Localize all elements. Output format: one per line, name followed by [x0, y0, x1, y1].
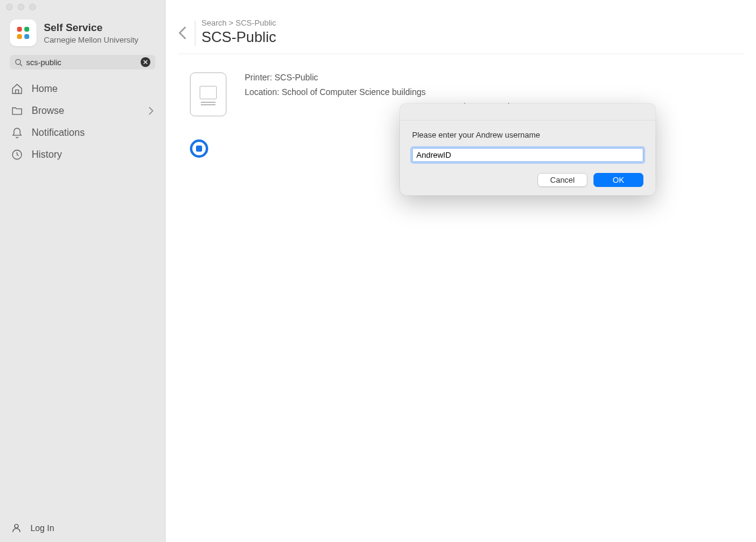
- svg-line-5: [20, 63, 22, 65]
- divider: [195, 21, 195, 46]
- folder-icon: [11, 105, 23, 117]
- clock-icon: [11, 149, 23, 161]
- nav-history-label: History: [32, 149, 62, 160]
- username-input[interactable]: [412, 148, 643, 162]
- cancel-button[interactable]: Cancel: [537, 173, 587, 187]
- search-icon: [15, 58, 23, 66]
- nav-browse-label: Browse: [32, 105, 64, 116]
- username-dialog: Please enter your Andrew username Cancel…: [400, 104, 656, 195]
- search-input[interactable]: [26, 58, 137, 67]
- home-icon: [11, 83, 23, 95]
- svg-point-9: [15, 524, 18, 528]
- clear-search-button[interactable]: [141, 57, 150, 67]
- app-icon: [10, 19, 37, 46]
- dialog-message: Please enter your Andrew username: [412, 130, 643, 139]
- page-title: SCS-Public: [201, 29, 276, 46]
- nav: Home Browse: [0, 76, 165, 168]
- back-button[interactable]: [172, 22, 194, 44]
- printer-name: Printer: SCS-Public: [245, 72, 511, 82]
- svg-rect-3: [24, 34, 29, 39]
- app-title: Self Service: [44, 22, 138, 34]
- app-subtitle: Carnegie Mellon University: [44, 35, 138, 44]
- dialog-titlebar[interactable]: [400, 104, 656, 121]
- search-field[interactable]: [10, 55, 155, 69]
- breadcrumb[interactable]: Search > SCS-Public: [201, 18, 276, 27]
- login-button[interactable]: Log In: [0, 514, 165, 542]
- sidebar: Self Service Carnegie Mellon University: [0, 0, 166, 542]
- nav-home-label: Home: [32, 83, 58, 94]
- ok-button[interactable]: OK: [593, 173, 643, 187]
- zoom-window-button[interactable]: [29, 4, 36, 10]
- nav-notifications[interactable]: Notifications: [5, 122, 160, 144]
- minimize-window-button[interactable]: [18, 4, 24, 10]
- nav-history[interactable]: History: [5, 144, 160, 166]
- user-icon: [11, 523, 22, 533]
- svg-rect-1: [24, 27, 29, 32]
- printer-location: Location: School of Computer Science bui…: [245, 87, 511, 97]
- nav-notifications-label: Notifications: [32, 127, 85, 138]
- progress-icon: [190, 139, 208, 158]
- bell-icon: [11, 127, 23, 139]
- svg-rect-2: [17, 34, 22, 39]
- printer-icon: [190, 72, 226, 116]
- close-window-button[interactable]: [6, 4, 13, 10]
- login-label: Log In: [30, 523, 54, 533]
- nav-browse[interactable]: Browse: [5, 100, 160, 122]
- main-content: Search > SCS-Public SCS-Public Printer: …: [166, 0, 756, 542]
- nav-home[interactable]: Home: [5, 78, 160, 100]
- svg-point-4: [16, 59, 21, 64]
- chevron-right-icon: [148, 107, 154, 115]
- svg-rect-0: [17, 27, 22, 32]
- app-header: Self Service Carnegie Mellon University: [0, 13, 165, 55]
